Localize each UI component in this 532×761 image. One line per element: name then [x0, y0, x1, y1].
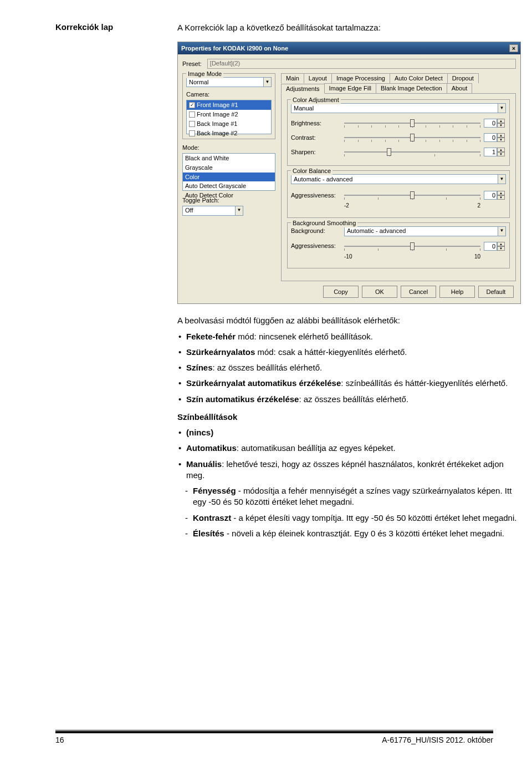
color-balance-mode-combo[interactable]: Automatic - advanced ▼ [291, 174, 506, 184]
bg-smoothing-legend: Background Smoothing [291, 219, 357, 227]
properties-dialog: Properties for KODAK i2900 on None × Pre… [177, 42, 521, 304]
list-item[interactable]: Black and White [183, 154, 275, 163]
camera-label: Camera: [186, 90, 272, 99]
bullet-item: (nincs) [177, 427, 521, 438]
list-item[interactable]: ✓Front Image #1 [187, 100, 271, 110]
brightness-slider[interactable] [344, 118, 480, 129]
tab-about[interactable]: About [447, 83, 473, 93]
paragraph: A beolvasási módtól függően az alábbi be… [177, 315, 521, 326]
scale-low: -10 [344, 253, 352, 261]
tab-strip: Main Layout Image Processing Auto Color … [281, 73, 516, 94]
color-adjustment-mode-value: Manual [291, 104, 498, 113]
section-subhead: Színbeállítások [177, 412, 521, 423]
chevron-down-icon[interactable]: ▼ [498, 104, 505, 113]
bg-aggressiveness-spinner[interactable]: ▲▼ [484, 242, 506, 251]
section-heading: Korrekciók lap [55, 22, 177, 544]
mode-listbox[interactable]: Black and White Grayscale Color Auto Det… [182, 153, 275, 191]
tab-blank-image-detection[interactable]: Blank Image Detection [376, 83, 447, 93]
background-value: Automatic - advanced [345, 227, 498, 235]
sharpen-label: Sharpen: [291, 148, 341, 156]
scale-high: 2 [477, 202, 480, 210]
sub-bullet-item: Élesítés - növeli a kép éleinek kontrasz… [177, 528, 521, 539]
bullet-item: Manuális: lehetővé teszi, hogy az összes… [177, 459, 521, 481]
close-icon[interactable]: × [509, 44, 518, 52]
bullet-item: Szürkeárnyalatos mód: csak a háttér-kieg… [177, 347, 521, 358]
bullet-item: Szürkeárnyalat automatikus érzékelése: s… [177, 378, 521, 389]
page-number: 16 [55, 735, 64, 744]
image-mode-value: Normal [187, 78, 263, 87]
list-item[interactable]: Back Image #2 [187, 129, 271, 138]
scale-low: -2 [344, 202, 349, 210]
background-combo[interactable]: Automatic - advanced ▼ [344, 226, 506, 236]
tab-image-processing[interactable]: Image Processing [331, 73, 390, 83]
image-mode-group: Image Mode Normal ▼ Camera: ✓Front Image… [182, 73, 275, 139]
image-mode-legend: Image Mode [186, 70, 223, 78]
page-footer: 16 A-61776_HU/ISIS 2012. október [0, 731, 532, 744]
sharpen-spinner[interactable]: ▲▼ [484, 148, 506, 156]
image-mode-combo[interactable]: Normal ▼ [186, 77, 272, 87]
cb-aggressiveness-label: Aggressiveness: [291, 191, 341, 200]
bg-aggressiveness-label: Aggressiveness: [291, 242, 341, 250]
chevron-down-icon[interactable]: ▼ [263, 78, 271, 87]
color-balance-legend: Color Balance [291, 167, 332, 175]
list-item[interactable]: Grayscale [183, 163, 275, 173]
cb-aggressiveness-slider[interactable] [344, 190, 480, 201]
background-smoothing-group: Background Smoothing Background: Automat… [287, 222, 510, 269]
sub-bullet-item: Fényesség - módosítja a fehér mennyiségé… [177, 485, 521, 508]
bullet-item: Színes: az összes beállítás elérhető. [177, 362, 521, 373]
bullet-item: Fekete-fehér mód: nincsenek elérhető beá… [177, 331, 521, 342]
list-item[interactable]: Back Image #1 [187, 119, 271, 129]
list-item[interactable]: Color [183, 173, 275, 182]
default-button[interactable]: Default [478, 286, 514, 298]
chevron-down-icon[interactable]: ▼ [498, 175, 505, 184]
color-adjustment-legend: Color Adjustment [291, 96, 341, 104]
color-adjustment-mode-combo[interactable]: Manual ▼ [291, 103, 506, 113]
list-item[interactable]: Front Image #2 [187, 110, 271, 119]
brightness-label: Brightness: [291, 119, 341, 128]
mode-label: Mode: [182, 144, 275, 152]
doc-id: A-61776_HU/ISIS 2012. október [382, 735, 493, 744]
tab-auto-color-detect[interactable]: Auto Color Detect [390, 73, 448, 83]
contrast-slider[interactable] [344, 132, 480, 143]
brightness-spinner[interactable]: ▲▼ [484, 119, 506, 128]
tab-dropout[interactable]: Dropout [447, 73, 479, 83]
toggle-patch-value: Off [183, 206, 235, 215]
color-balance-group: Color Balance Automatic - advanced ▼ Agg… [287, 170, 510, 218]
intro-text: A Korrekciók lap a következő beállítások… [177, 22, 521, 33]
tab-image-edge-fill[interactable]: Image Edge Fill [324, 83, 376, 93]
contrast-label: Contrast: [291, 134, 341, 142]
camera-listbox[interactable]: ✓Front Image #1 Front Image #2 Back Imag… [186, 100, 272, 134]
dialog-titlebar: Properties for KODAK i2900 on None × [178, 42, 520, 54]
tab-main[interactable]: Main [281, 73, 304, 83]
preset-combo[interactable]: [Default](2) [207, 59, 516, 69]
toggle-patch-combo[interactable]: Off ▼ [182, 206, 243, 216]
ok-button[interactable]: OK [362, 286, 397, 298]
copy-button[interactable]: Copy [323, 286, 359, 298]
bullet-item: Automatikus: automatikusan beállítja az … [177, 443, 521, 454]
bg-aggressiveness-slider[interactable] [344, 241, 480, 252]
scale-high: 10 [474, 253, 480, 261]
sub-bullet-item: Kontraszt - a képet élesíti vagy tompítj… [177, 513, 521, 524]
color-balance-mode-value: Automatic - advanced [291, 175, 498, 184]
preset-label: Preset: [182, 60, 202, 68]
dialog-title: Properties for KODAK i2900 on None [181, 44, 509, 53]
background-label: Background: [291, 227, 341, 235]
chevron-down-icon[interactable]: ▼ [498, 227, 505, 236]
sharpen-slider[interactable] [344, 146, 480, 158]
chevron-down-icon[interactable]: ▼ [235, 206, 243, 215]
dialog-button-bar: Copy OK Cancel Help Default [182, 281, 516, 298]
list-item[interactable]: Auto Detect Grayscale [183, 181, 275, 191]
bullet-item: Szín automatikus érzékelése: az összes b… [177, 394, 521, 405]
color-adjustment-group: Color Adjustment Manual ▼ Brightness: ▲▼ [287, 99, 510, 166]
cancel-button[interactable]: Cancel [401, 286, 436, 298]
cb-aggressiveness-spinner[interactable]: ▲▼ [484, 191, 506, 200]
tab-layout[interactable]: Layout [304, 73, 332, 83]
body-text: A beolvasási módtól függően az alábbi be… [177, 315, 521, 539]
help-button[interactable]: Help [439, 286, 475, 298]
tab-adjustments[interactable]: Adjustments [281, 84, 325, 94]
contrast-spinner[interactable]: ▲▼ [484, 133, 506, 142]
